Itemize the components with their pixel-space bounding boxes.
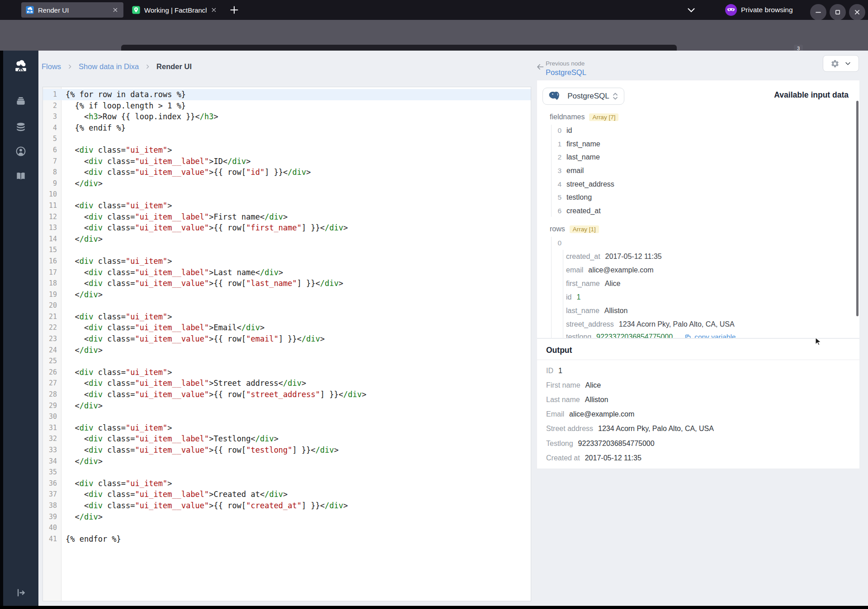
code-line[interactable]: 27 <div class="ui_item__label">Street ad… [43,378,531,389]
code-line[interactable]: 18 <div class="ui_item__value">{{ row["l… [43,278,531,289]
code-line[interactable]: 29 </div> [43,400,531,412]
code-line[interactable]: 14 </div> [43,234,531,245]
sidebar-item-database[interactable] [15,122,27,133]
field-value: Alice [605,280,621,288]
sidebar-item-user[interactable] [15,145,27,157]
code-line[interactable]: 5 [43,133,531,145]
code-line[interactable]: 19 </div> [43,289,531,300]
code-line[interactable]: 39 </div> [43,511,531,523]
panel-scrollbar[interactable] [856,101,859,316]
item-index: 5 [551,193,561,201]
sidebar-item-book[interactable] [15,170,27,182]
code-line[interactable]: 17 <div class="ui_item__label">Last name… [43,267,531,278]
breadcrumb-link[interactable]: Flows [42,62,61,71]
code-line[interactable]: 34 </div> [43,456,531,467]
code-line[interactable]: 30 [43,411,531,422]
output-label: ID [546,367,553,375]
code-line[interactable]: 40 [43,522,531,534]
breadcrumb-chevron-icon [145,64,151,70]
tab-list-chevron-button[interactable] [685,4,697,16]
line-number: 14 [43,234,61,245]
code-line[interactable]: 12 <div class="ui_item__label">First nam… [43,211,531,223]
breadcrumb-link[interactable]: Show data in Dixa [79,62,139,71]
row-field: testlong9223372036854775000copy variable [566,332,736,338]
output-row: Created at2017-05-12 11:35 [546,453,642,463]
code-line[interactable]: 11 <div class="ui_item"> [43,200,531,211]
window-close-button[interactable] [849,4,865,20]
line-number: 12 [43,211,61,223]
tab-close-icon[interactable] [210,6,217,14]
copy-variable-link[interactable]: copy variable [684,333,736,338]
chevron-down-icon [844,60,851,67]
code-line[interactable]: 26 <div class="ui_item"> [43,367,531,378]
code-line[interactable]: 20 [43,300,531,311]
field-value: 1 [576,293,580,301]
line-number: 27 [43,378,61,389]
sidebar-item-archive[interactable] [15,95,27,107]
node-settings-button[interactable] [823,55,859,72]
line-number: 40 [43,522,61,534]
available-input-data-heading: Available input data [774,90,849,100]
code-line[interactable]: 31 <div class="ui_item"> [43,422,531,434]
code-line[interactable]: 21 <div class="ui_item"> [43,311,531,323]
window-minimize-button[interactable] [810,4,826,20]
fieldnames-array-badge: Array [7] [589,113,618,121]
browser-tab[interactable]: Working | FactBranch [127,2,222,18]
code-line[interactable]: 3 <h3>Row {{ loop.index }}</h3> [43,111,531,122]
code-line[interactable]: 10 [43,189,531,200]
output-row: Street address1234 Acorn Pky, Palo Alto,… [546,424,714,434]
code-line[interactable]: 33 <div class="ui_item__value">{{ row["t… [43,445,531,456]
sidebar-item-logout[interactable] [15,587,27,599]
code-line[interactable]: 22 <div class="ui_item__label">Email</di… [43,322,531,333]
line-number: 21 [43,311,61,323]
output-label: Created at [546,454,580,462]
item-index: 2 [551,153,561,161]
code-line[interactable]: 13 <div class="ui_item__value">{{ row["f… [43,222,531,234]
line-number: 32 [43,433,61,445]
code-line[interactable]: 25 [43,356,531,367]
line-number: 29 [43,400,61,412]
line-number: 6 [43,145,61,156]
code-line[interactable]: 16 <div class="ui_item"> [43,256,531,267]
previous-node-link[interactable]: PostgreSQL [546,68,586,77]
browser-tab[interactable]: Render UI [21,2,123,18]
code-line[interactable]: 7 <div class="ui_item__label">ID</div> [43,156,531,167]
input-node-selector-value: PostgreSQL [565,92,612,101]
row-field: created_at2017-05-12 11:35 [566,252,662,262]
code-line[interactable]: 32 <div class="ui_item__label">Testlong<… [43,433,531,445]
previous-node-back-arrow-icon[interactable] [535,62,545,72]
code-line[interactable]: 1{% for row in data.rows %} [43,89,531,100]
output-label: Email [546,410,564,418]
input-data-panel: PostgreSQL Available input data fieldnam… [537,80,859,468]
code-line[interactable]: 2 {% if loop.length > 1 %} [43,100,531,112]
line-number: 26 [43,367,61,378]
code-line[interactable]: 23 <div class="ui_item__value">{{ row["e… [43,333,531,345]
code-line[interactable]: 24 </div> [43,345,531,356]
line-number: 3 [43,111,61,122]
window-maximize-button[interactable] [830,4,846,20]
input-node-selector[interactable]: PostgreSQL [542,88,624,105]
field-key: testlong [566,333,591,338]
code-line[interactable]: 6 <div class="ui_item"> [43,145,531,156]
line-number: 33 [43,445,61,456]
factbranch-logo-tab-icon [26,6,34,14]
code-line[interactable]: 37 <div class="ui_item__label">Created a… [43,489,531,500]
code-line[interactable]: 41{% endfor %} [43,534,531,545]
line-number: 37 [43,489,61,500]
code-line[interactable]: 38 <div class="ui_item__value">{{ row["c… [43,500,531,511]
row-field: first_nameAlice [566,279,620,289]
line-number: 19 [43,289,61,300]
code-line[interactable]: 4 {% endif %} [43,122,531,134]
template-code-editor[interactable]: 1{% for row in data.rows %}2 {% if loop.… [42,87,531,601]
new-tab-button[interactable] [228,4,240,16]
code-line[interactable]: 36 <div class="ui_item"> [43,478,531,489]
tab-close-icon[interactable] [112,6,119,14]
sidebar-item-factbranch-logo[interactable] [14,59,28,73]
code-line[interactable]: 15 [43,244,531,256]
field-value: alice@example.com [588,266,653,274]
line-number: 24 [43,345,61,356]
code-line[interactable]: 28 <div class="ui_item__value">{{ row["s… [43,389,531,400]
code-line[interactable]: 35 [43,467,531,478]
code-line[interactable]: 8 <div class="ui_item__value">{{ row["id… [43,167,531,178]
code-line[interactable]: 9 </div> [43,178,531,189]
